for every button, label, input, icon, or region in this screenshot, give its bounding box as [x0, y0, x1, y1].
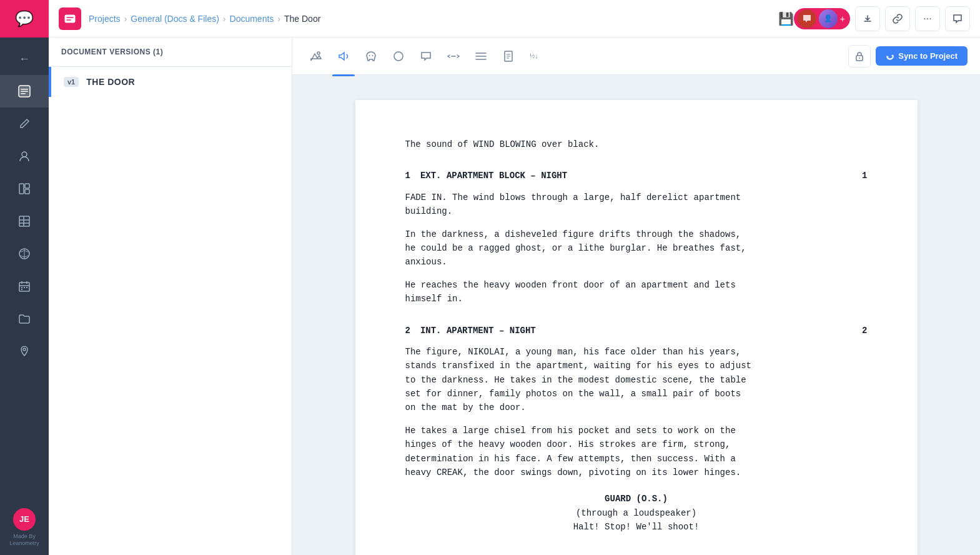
nav-bottom: JE Made By Leanometry	[0, 508, 49, 555]
megaphone-toolbar-icon[interactable]	[332, 45, 355, 68]
svg-rect-23	[64, 14, 76, 23]
back-button[interactable]: ←	[0, 42, 49, 75]
table-nav-item[interactable]	[0, 205, 49, 238]
svg-rect-8	[19, 216, 29, 226]
breadcrumb-current: The Door	[284, 14, 320, 24]
scene-2-heading: 2 INT. APARTMENT – NIGHT 2	[405, 324, 868, 338]
svg-rect-20	[26, 287, 27, 288]
sports-nav-item[interactable]	[0, 238, 49, 270]
layout-nav-item[interactable]	[0, 172, 49, 205]
add-collaborator-icon[interactable]: +	[840, 14, 845, 24]
made-by-label: Made By Leanometry	[0, 533, 49, 548]
svg-rect-1	[21, 89, 28, 90]
screenplay-scroll[interactable]: The sound of WIND BLOWING over black. 1 …	[292, 75, 980, 555]
svg-point-28	[372, 55, 374, 56]
save-icon[interactable]: 💾	[778, 11, 794, 26]
header-right: 👤 + ···	[794, 6, 970, 31]
user-avatar[interactable]: JE	[13, 508, 36, 531]
svg-point-39	[859, 58, 860, 59]
breadcrumb-sep-1: ›	[124, 14, 127, 24]
doc-toolbar: ½↓	[292, 38, 980, 75]
edit-nav-item[interactable]	[0, 108, 49, 140]
link-button[interactable]	[885, 6, 910, 31]
chat-button[interactable]	[945, 6, 970, 31]
app-logo[interactable]: 💬	[0, 0, 49, 38]
scene-1-num-left: 1	[405, 169, 410, 182]
people-nav-item[interactable]	[0, 140, 49, 172]
svg-rect-3	[21, 93, 26, 94]
screenplay-page: The sound of WIND BLOWING over black. 1 …	[355, 100, 918, 555]
dialogue-parenthetical: (through a loudspeaker)	[405, 506, 868, 520]
scene-2-title: INT. APARTMENT – NIGHT	[420, 324, 852, 338]
lock-button[interactable]	[848, 45, 871, 68]
scene-1-num-right: 1	[862, 169, 867, 182]
folder-nav-item[interactable]	[0, 302, 49, 335]
scene-1-para-2: In the darkness, a disheveled figure dri…	[405, 228, 868, 269]
scene-1-para-1: FADE IN. The wind blows through a large,…	[405, 191, 868, 219]
svg-rect-7	[25, 189, 29, 194]
scene-1-para-3: He reaches the heavy wooden front door o…	[405, 278, 868, 306]
sync-button[interactable]: Sync to Project	[876, 46, 968, 66]
scene-1-title: EXT. APARTMENT BLOCK – NIGHT	[420, 169, 852, 182]
svg-point-29	[394, 52, 403, 61]
header-bar: Projects › General (Docs & Files) › Docu…	[49, 0, 980, 38]
lines-toolbar-icon[interactable]	[470, 45, 492, 68]
svg-point-27	[369, 55, 370, 56]
opening-text: The sound of WIND BLOWING over black.	[405, 138, 868, 151]
main-area: Projects › General (Docs & Files) › Docu…	[49, 0, 980, 555]
doc-toolbar-icon[interactable]	[497, 45, 520, 68]
arrows-toolbar-icon[interactable]	[442, 45, 465, 68]
sync-button-label: Sync to Project	[898, 51, 958, 61]
location-nav-item[interactable]	[0, 335, 49, 368]
scene-2-para-1: The figure, NIKOLAI, a young man, his fa…	[405, 345, 868, 415]
svg-point-4	[22, 152, 27, 157]
svg-rect-6	[25, 184, 29, 188]
breadcrumb-general[interactable]: General (Docs & Files)	[131, 14, 219, 24]
mask-toolbar-icon[interactable]	[360, 45, 382, 68]
content-row: DOCUMENT VERSIONS (1) v1 THE DOOR	[49, 38, 980, 555]
nav-icons: ←	[0, 38, 49, 508]
breadcrumb-sep-3: ›	[277, 14, 280, 24]
version-badge: v1	[64, 77, 79, 87]
dialogue-line: Halt! Stop! We'll shoot!	[455, 520, 818, 534]
svg-rect-2	[21, 91, 28, 92]
scene-2-num-left: 2	[405, 324, 410, 338]
dialogue-character: GUARD (O.S.)	[405, 492, 868, 506]
collaborator-chat-icon	[798, 9, 816, 28]
calendar-nav-item[interactable]	[0, 270, 49, 302]
version-title: THE DOOR	[86, 77, 135, 87]
more-options-button[interactable]: ···	[915, 6, 940, 31]
scene-1-heading: 1 EXT. APARTMENT BLOCK – NIGHT 1	[405, 169, 868, 182]
svg-rect-19	[24, 287, 25, 288]
mountain-toolbar-icon[interactable]	[305, 45, 327, 68]
svg-rect-5	[19, 184, 24, 194]
chat-toolbar-icon[interactable]	[415, 45, 437, 68]
icon-rail: 💬 ←	[0, 0, 49, 555]
svg-rect-21	[21, 289, 22, 290]
svg-rect-18	[21, 287, 22, 288]
document-area: ½↓	[292, 38, 980, 555]
screenplay-text: The sound of WIND BLOWING over black. 1 …	[405, 138, 868, 534]
scene-2-num-right: 2	[862, 324, 867, 338]
document-nav-item[interactable]	[0, 75, 49, 108]
numbering-toolbar-icon[interactable]: ½↓	[525, 45, 547, 68]
breadcrumb: Projects › General (Docs & Files) › Docu…	[89, 14, 771, 24]
svg-point-22	[23, 348, 26, 351]
breadcrumb-documents[interactable]: Documents	[230, 14, 274, 24]
scene-2-para-2: He takes a large chisel from his pocket …	[405, 424, 868, 480]
download-button[interactable]	[855, 6, 880, 31]
svg-point-26	[317, 52, 320, 54]
collaborator-avatar: 👤	[819, 9, 838, 28]
header-app-icon[interactable]	[59, 8, 81, 30]
left-sidebar: DOCUMENT VERSIONS (1) v1 THE DOOR	[49, 38, 292, 555]
breadcrumb-sep-2: ›	[223, 14, 226, 24]
circle-toolbar-icon[interactable]	[387, 45, 410, 68]
version-item[interactable]: v1 THE DOOR	[49, 67, 292, 97]
breadcrumb-projects[interactable]: Projects	[89, 14, 121, 24]
sidebar-header: DOCUMENT VERSIONS (1)	[49, 38, 292, 67]
svg-text:½↓: ½↓	[530, 52, 538, 59]
collaborators-group[interactable]: 👤 +	[794, 8, 850, 29]
